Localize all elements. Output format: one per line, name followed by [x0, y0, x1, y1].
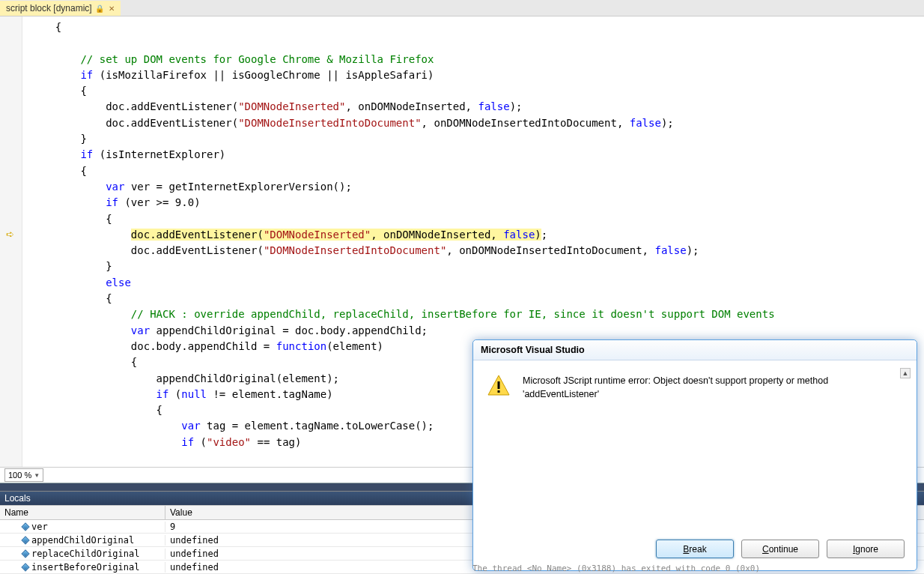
locals-var-name: ver: [0, 522, 165, 532]
locals-var-name: insertBeforeOriginal: [0, 562, 165, 573]
lock-icon: 🔒: [95, 4, 104, 13]
zoom-value: 100 %: [8, 471, 31, 480]
document-tab-strip: script block [dynamic] 🔒 ✕: [0, 0, 924, 16]
variable-icon: [21, 536, 29, 544]
variable-icon: [21, 522, 29, 531]
variable-icon: [21, 563, 29, 571]
break-label: reak: [689, 544, 706, 555]
output-fragment: The thread <No Name> (0x3188) has exited…: [472, 564, 760, 574]
tab-label: script block [dynamic]: [6, 3, 92, 13]
locals-var-name: replaceChildOriginal: [0, 549, 165, 559]
error-dialog: Microsoft Visual Studio Microsoft JScrip…: [472, 339, 917, 571]
warning-icon: [487, 374, 511, 398]
editor-gutter: ➪: [0, 16, 22, 467]
dialog-message: Microsoft JScript runtime error: Object …: [523, 374, 902, 401]
ignore-button[interactable]: Ignore: [827, 540, 905, 558]
continue-button[interactable]: Continue: [741, 540, 819, 558]
continue-label: ontinue: [769, 544, 798, 555]
close-icon[interactable]: ✕: [107, 4, 116, 13]
editor-tab-active[interactable]: script block [dynamic] 🔒 ✕: [0, 1, 121, 16]
variable-icon: [21, 549, 29, 558]
dialog-title: Microsoft Visual Studio: [473, 340, 917, 360]
break-button[interactable]: Break: [656, 540, 734, 558]
locals-var-name: appendChildOriginal: [0, 535, 165, 546]
svg-rect-2: [498, 390, 500, 393]
zoom-combo[interactable]: 100 % ▼: [4, 468, 43, 482]
dialog-body: Microsoft JScript runtime error: Object …: [473, 360, 917, 540]
chevron-down-icon: ▼: [34, 472, 40, 479]
execution-pointer-icon: ➪: [6, 229, 14, 240]
svg-rect-1: [498, 381, 500, 389]
scroll-up-icon[interactable]: ▲: [900, 368, 911, 378]
ignore-label: gnore: [855, 544, 878, 555]
locals-col-name[interactable]: Name: [0, 506, 165, 519]
